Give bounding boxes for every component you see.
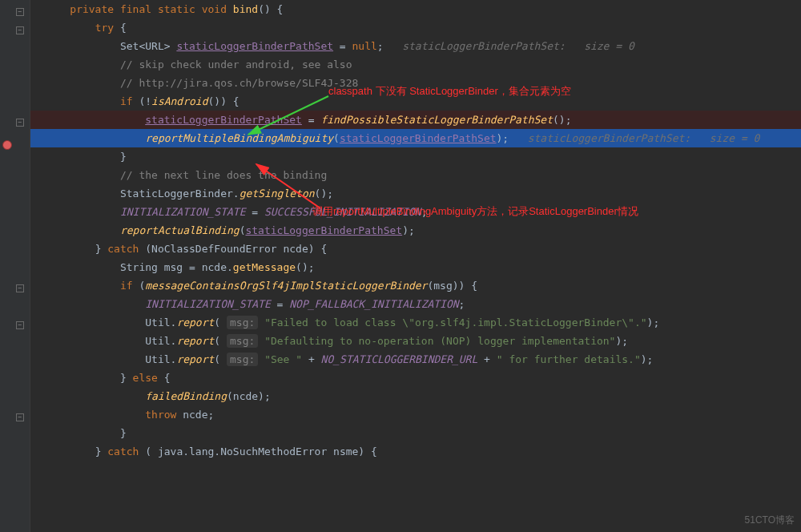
code-line: Set<URL> staticLoggerBinderPathSet = nul… — [30, 37, 801, 55]
code-line: failedBinding(ncde); — [30, 387, 801, 405]
annotation-text: 调用reportMultipleBindingAmbiguity方法，记录Sta… — [312, 204, 638, 219]
code-line: Util.report( msg: "See " + NO_STATICLOGG… — [30, 350, 801, 369]
code-line: try { — [30, 18, 801, 37]
code-line: // skip check under android, see also — [30, 55, 801, 74]
code-line-execution: reportMultipleBindingAmbiguity(staticLog… — [30, 129, 801, 147]
fold-icon[interactable]: − — [16, 26, 24, 34]
code-line: } catch (NoClassDefFoundError ncde) { — [30, 240, 801, 258]
code-line: // the next line does the binding — [30, 166, 801, 184]
code-line: throw ncde; — [30, 405, 801, 424]
code-line: } — [30, 424, 801, 442]
watermark: 51CTO博客 — [745, 514, 795, 527]
code-line: } — [30, 147, 801, 166]
code-line-breakpoint: staticLoggerBinderPathSet = findPossible… — [30, 111, 801, 129]
code-editor[interactable]: private final static void bind() { try {… — [30, 0, 801, 532]
fold-icon[interactable]: − — [16, 413, 24, 421]
fold-icon[interactable]: − — [16, 8, 24, 16]
breakpoint-icon[interactable] — [2, 140, 12, 150]
fold-icon[interactable]: − — [16, 119, 24, 127]
code-line: } else { — [30, 369, 801, 387]
code-line: Util.report( msg: "Failed to load class … — [30, 313, 801, 332]
fold-icon[interactable]: − — [16, 321, 24, 329]
annotation-text: classpath 下没有 StaticLoggerBinder，集合元素为空 — [328, 84, 571, 99]
code-line: private final static void bind() { — [30, 0, 801, 18]
code-line: String msg = ncde.getMessage(); — [30, 258, 801, 276]
code-line: StaticLoggerBinder.getSingleton(); — [30, 184, 801, 203]
code-line: if (messageContainsOrgSlf4jImplStaticLog… — [30, 276, 801, 295]
code-line: } catch ( java.lang.NoSuchMethodError ns… — [30, 442, 801, 461]
code-line: reportActualBinding(staticLoggerBinderPa… — [30, 221, 801, 240]
code-line: INITIALIZATION_STATE = NOP_FALLBACK_INIT… — [30, 295, 801, 313]
gutter: − − − − − − — [0, 0, 30, 532]
code-line: Util.report( msg: "Defaulting to no-oper… — [30, 332, 801, 350]
fold-icon[interactable]: − — [16, 284, 24, 292]
